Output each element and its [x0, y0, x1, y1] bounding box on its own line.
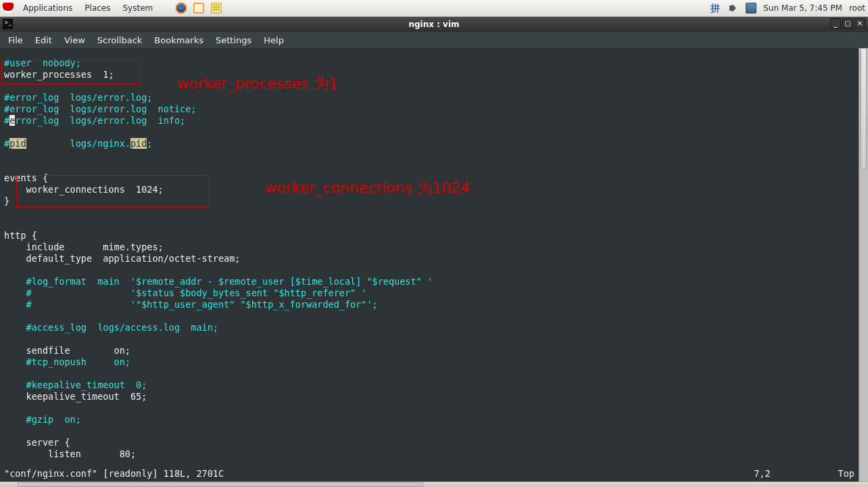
- code-line: #error_log logs/error.log;: [4, 92, 152, 103]
- scrollbar[interactable]: [859, 48, 868, 482]
- terminal-icon: [3, 19, 13, 29]
- taskbar-entry[interactable]: [18, 482, 423, 487]
- code-line: worker_connections 1024;: [4, 184, 164, 195]
- maximize-button[interactable]: ▢: [842, 18, 853, 28]
- vim-status-bar: "conf/nginx.conf" [readonly] 118L, 2701C…: [4, 468, 854, 479]
- code-line: #: [4, 115, 9, 126]
- code-line: listen 80;: [4, 448, 136, 459]
- code-line: logs/nginx.: [26, 138, 130, 149]
- code-line: include mime.types;: [4, 241, 164, 252]
- menu-help[interactable]: Help: [264, 35, 284, 45]
- notes-launcher-icon[interactable]: [211, 3, 222, 14]
- code-line: #tcp_nopush on;: [4, 356, 130, 367]
- menu-places[interactable]: Places: [82, 2, 113, 14]
- vim-editor-content[interactable]: #user nobody; worker_processes 1; #error…: [0, 57, 858, 482]
- code-line: server {: [4, 437, 70, 448]
- code-line: #error_log logs/error.log notice;: [4, 103, 196, 114]
- code-line: #keepalive_timeout 0;: [4, 379, 147, 390]
- distro-icon[interactable]: [3, 3, 14, 14]
- panel-right: 拼 Sun Mar 5, 7:45 PM root: [710, 3, 865, 14]
- code-line: }: [4, 195, 9, 206]
- close-button[interactable]: ✕: [854, 18, 865, 28]
- search-highlight: pid: [9, 138, 26, 149]
- menu-applications[interactable]: Applications: [20, 2, 75, 14]
- user-menu[interactable]: root: [849, 3, 865, 13]
- gnome-bottom-panel: [0, 482, 868, 487]
- code-line: ;: [147, 138, 152, 149]
- menu-system[interactable]: System: [120, 2, 155, 14]
- minimize-button[interactable]: _: [830, 18, 841, 28]
- file-manager-launcher-icon[interactable]: [193, 3, 204, 14]
- menu-bookmarks[interactable]: Bookmarks: [154, 35, 203, 45]
- network-icon[interactable]: [746, 3, 756, 14]
- code-line: rror_log logs/error.log info;: [15, 115, 185, 126]
- code-line: events {: [4, 172, 48, 183]
- terminal-window: nginx : vim _ ▢ ✕ File Edit View Scrollb…: [0, 17, 868, 482]
- status-position: 7,2: [754, 468, 770, 479]
- code-line: #: [4, 138, 9, 149]
- code-line: sendfile on;: [4, 345, 130, 356]
- code-line: #log_format main '$remote_addr - $remote…: [4, 276, 433, 287]
- menu-scrollback[interactable]: Scrollback: [97, 35, 143, 45]
- panel-left: Applications Places System: [3, 2, 222, 14]
- volume-icon[interactable]: [728, 3, 739, 14]
- menu-edit[interactable]: Edit: [35, 35, 52, 45]
- code-line: # '"$http_user_agent" "$http_x_forwarded…: [4, 299, 378, 310]
- code-line: http {: [4, 230, 37, 241]
- scrollbar-thumb[interactable]: [861, 48, 867, 170]
- ime-indicator-icon[interactable]: 拼: [710, 3, 721, 14]
- window-titlebar[interactable]: nginx : vim _ ▢ ✕: [0, 17, 868, 32]
- code-line: worker_processes 1;: [4, 69, 114, 80]
- terminal-body[interactable]: #user nobody; worker_processes 1; #error…: [0, 48, 868, 482]
- gnome-top-panel: Applications Places System 拼 Sun Mar 5, …: [0, 0, 868, 17]
- menu-file[interactable]: File: [8, 35, 23, 45]
- menu-settings[interactable]: Settings: [216, 35, 251, 45]
- code-line: keepalive_timeout 65;: [4, 391, 147, 402]
- menu-view[interactable]: View: [64, 35, 85, 45]
- code-line: #user nobody;: [4, 57, 81, 68]
- code-line: #access_log logs/access.log main;: [4, 322, 218, 333]
- window-buttons: _ ▢ ✕: [830, 18, 865, 28]
- search-highlight: pid: [130, 138, 147, 149]
- clock[interactable]: Sun Mar 5, 7:45 PM: [763, 3, 842, 13]
- code-line: default_type application/octet-stream;: [4, 253, 241, 264]
- code-line: #gzip on;: [4, 414, 81, 425]
- window-title: nginx : vim: [408, 20, 459, 29]
- status-filename: "conf/nginx.conf" [readonly] 118L, 2701C: [4, 468, 224, 479]
- code-line: # '$status $body_bytes_sent "$http_refer…: [4, 287, 366, 298]
- firefox-launcher-icon[interactable]: [176, 3, 187, 14]
- terminal-menubar: File Edit View Scrollback Bookmarks Sett…: [0, 32, 868, 48]
- status-scroll: Top: [838, 468, 854, 479]
